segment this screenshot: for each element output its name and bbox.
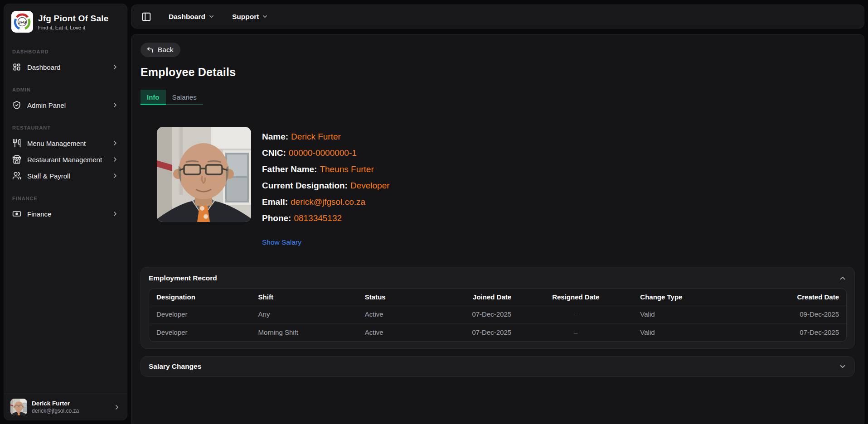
section-label: RESTAURANT [12,125,123,130]
col-shift: Shift [251,289,358,305]
col-resigned-date: Resigned Date [519,289,633,305]
salary-changes-title: Salary Changes [149,362,201,371]
topbar-menu-dashboard[interactable]: Dashboard [169,13,215,21]
field-father-name: Father Name:Theuns Furter [262,161,390,178]
chevron-down-icon [208,13,215,20]
corner-up-left-icon [146,46,154,53]
sidebar-item-finance[interactable]: Finance [8,206,123,222]
employee-photo [157,127,251,222]
page-title: Employee Details [141,66,855,79]
sidebar-item-staff-payroll[interactable]: Staff & Payroll [8,168,123,184]
section-label: DASHBOARD [12,49,123,54]
table-row[interactable]: Developer Any Active 07-Dec-2025 – Valid… [149,305,846,323]
nav-section-finance: FINANCE Finance [8,196,123,222]
col-status: Status [358,289,461,305]
col-change-type: Change Type [633,289,748,305]
employment-record-card: Employment Record Designation Shift Stat… [141,267,855,349]
col-joined-date: Joined Date [461,289,519,305]
sidebar-item-restaurant-management[interactable]: Restaurant Management [8,151,123,168]
field-email: Email:derick@jfgsol.co.za [262,194,390,210]
employment-record-header[interactable]: Employment Record [149,274,847,282]
store-icon [12,155,21,164]
chevron-right-icon [112,63,119,71]
brand-text: Jfg Piont Of Sale Find it, Eat it, Love … [38,14,108,30]
nav-section-restaurant: RESTAURANT Menu Management Restaurant Ma… [8,125,123,184]
panel-left-icon[interactable] [141,12,151,22]
chevron-right-icon [112,101,119,109]
section-label: FINANCE [12,196,123,201]
salary-changes-card: Salary Changes [141,356,855,377]
topbar: Dashboard Support [131,5,864,29]
tab-list: Info Salaries [141,90,203,105]
sidebar-user-menu[interactable]: Derick Furter derick@jfgsol.co.za [4,394,127,420]
employment-record-title: Employment Record [149,274,217,282]
employee-info-section: Name:Derick Furter CNIC:00000-0000000-1 … [157,127,855,246]
jfg-logo-icon: JFG [11,11,33,33]
tab-salaries[interactable]: Salaries [166,90,203,104]
user-avatar [10,399,27,415]
brand[interactable]: JFG Jfg Piont Of Sale Find it, Eat it, L… [4,4,127,33]
employment-record-table: Designation Shift Status Joined Date Res… [149,289,847,342]
sidebar-item-admin-panel[interactable]: Admin Panel [8,97,123,113]
employee-fields: Name:Derick Furter CNIC:00000-0000000-1 … [262,127,390,246]
salary-changes-header[interactable]: Salary Changes [149,362,847,371]
chevron-right-icon [113,404,121,411]
table-header-row: Designation Shift Status Joined Date Res… [149,289,846,305]
users-icon [12,171,21,180]
chevron-right-icon [112,140,119,147]
chevron-right-icon [112,210,119,217]
shield-check-icon [12,101,21,110]
user-name: Derick Furter [32,400,79,407]
field-name: Name:Derick Furter [262,129,390,145]
field-cnic: CNIC:00000-0000000-1 [262,145,390,161]
nav-section-dashboard: DASHBOARD Dashboard [8,49,123,75]
banknote-icon [12,209,21,218]
nav-section-admin: ADMIN Admin Panel [8,87,123,113]
content-panel: Back Employee Details Info Salaries Name… [131,34,864,424]
chevron-down-icon[interactable] [839,362,847,371]
sidebar: JFG Jfg Piont Of Sale Find it, Eat it, L… [4,4,127,420]
user-info: Derick Furter derick@jfgsol.co.za [32,400,79,414]
show-salary-link[interactable]: Show Salary [262,238,301,246]
user-email: derick@jfgsol.co.za [32,408,79,414]
chevron-right-icon [112,172,119,179]
tab-info[interactable]: Info [141,90,166,104]
main-area: Dashboard Support Back Employee Details … [131,0,864,424]
back-button[interactable]: Back [141,43,180,57]
col-created-date: Created Date [749,289,846,305]
section-label: ADMIN [12,87,123,92]
field-designation: Current Designation:Developer [262,178,390,194]
sidebar-item-menu-management[interactable]: Menu Management [8,135,123,151]
chevron-down-icon [262,13,268,20]
utensils-icon [12,139,21,148]
brand-title: Jfg Piont Of Sale [38,14,108,24]
chevron-up-icon[interactable] [839,274,847,282]
layout-dashboard-icon [12,63,21,72]
topbar-menu-support[interactable]: Support [232,13,268,21]
chevron-right-icon [112,156,119,163]
table-row[interactable]: Developer Morning Shift Active 07-Dec-20… [149,323,846,341]
brand-tagline: Find it, Eat it, Love it [38,25,108,30]
field-phone: Phone:0813345132 [262,210,390,226]
svg-text:JFG: JFG [18,20,26,24]
sidebar-nav: DASHBOARD Dashboard ADMIN Admin Panel RE… [4,33,127,394]
col-designation: Designation [149,289,251,305]
sidebar-item-dashboard[interactable]: Dashboard [8,59,123,75]
